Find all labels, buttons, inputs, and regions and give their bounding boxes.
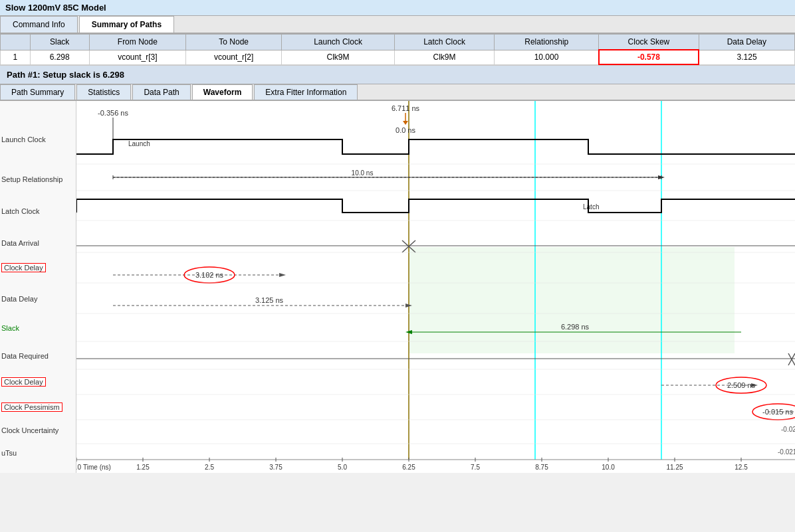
svg-text:6.25: 6.25: [402, 464, 415, 471]
row-slack: 6.298: [30, 50, 89, 64]
col-skew: Clock Skew: [599, 35, 699, 50]
row-launch: Clk9M: [282, 50, 394, 64]
tab-waveform[interactable]: Waveform: [192, 84, 253, 100]
tab-command-info[interactable]: Command Info: [0, 16, 78, 33]
label-slack: Slack: [1, 324, 19, 332]
svg-text:Time (ns): Time (ns): [83, 464, 111, 471]
label-clock-delay2: Clock Delay: [1, 377, 46, 387]
label-launch-clock: Launch Clock: [1, 135, 46, 143]
svg-text:3.102 ns: 3.102 ns: [195, 271, 224, 279]
row-skew: -0.578: [599, 50, 699, 64]
col-num: [1, 35, 31, 50]
svg-text:3.75: 3.75: [269, 464, 283, 471]
waveform-area: Launch Clock Setup Relationship Latch Cl…: [0, 101, 795, 473]
svg-text:-0.015 ns: -0.015 ns: [762, 408, 793, 416]
svg-rect-1: [409, 247, 735, 353]
tab-data-path[interactable]: Data Path: [132, 84, 190, 100]
svg-text:0.0: 0.0: [76, 464, 81, 471]
row-from: vcount_r[3]: [89, 50, 186, 64]
table-row[interactable]: 1 6.298 vcount_r[3] vcount_r[2] Clk9M Cl…: [1, 50, 795, 64]
label-latch-clock: Latch Clock: [1, 207, 39, 215]
label-clock-pessimism: Clock Pessimism: [1, 402, 62, 412]
col-delay: Data Delay: [699, 35, 794, 50]
svg-text:10.0 ns: 10.0 ns: [352, 169, 374, 177]
svg-text:7.5: 7.5: [471, 464, 480, 471]
tab-path-summary[interactable]: Path Summary: [0, 84, 75, 100]
row-latch: Clk9M: [394, 50, 495, 64]
row-delay: 3.125: [699, 50, 794, 64]
summary-table-area: Slack From Node To Node Launch Clock Lat…: [0, 34, 795, 66]
svg-text:11.25: 11.25: [666, 464, 683, 471]
svg-text:6.298 ns: 6.298 ns: [561, 323, 590, 331]
row-rel: 10.000: [495, 50, 599, 64]
svg-text:2.509 ns: 2.509 ns: [727, 381, 756, 389]
svg-text:6.711 ns: 6.711 ns: [392, 104, 420, 112]
title-bar: Slow 1200mV 85C Model: [0, 0, 795, 16]
label-clock-delay1: Clock Delay: [1, 263, 46, 272]
app-title: Slow 1200mV 85C Model: [5, 3, 106, 13]
row-num: 1: [1, 50, 31, 64]
svg-text:10.0: 10.0: [602, 464, 615, 471]
wave-rows: 6.711 ns 0.0 ns -0.356 ns Launch 10.0 ns…: [76, 101, 795, 473]
col-from: From Node: [89, 35, 186, 50]
path-header: Path #1: Setup slack is 6.298: [0, 66, 795, 84]
svg-text:Latch: Latch: [583, 203, 599, 211]
svg-text:-0.356 ns: -0.356 ns: [98, 109, 128, 117]
tab-statistics[interactable]: Statistics: [76, 84, 131, 100]
tab-summary-paths[interactable]: Summary of Paths: [79, 16, 174, 33]
svg-text:Launch: Launch: [128, 140, 150, 147]
col-slack: Slack: [30, 35, 89, 50]
svg-text:0.0 ns: 0.0 ns: [396, 126, 415, 134]
secondary-tabs: Path Summary Statistics Data Path Wavefo…: [0, 84, 795, 101]
col-launch: Launch Clock: [282, 35, 394, 50]
label-utsu: uTsu: [1, 449, 17, 457]
svg-text:5.0: 5.0: [338, 464, 347, 471]
col-latch: Latch Clock: [394, 35, 495, 50]
label-column: Launch Clock Setup Relationship Latch Cl…: [0, 101, 76, 473]
svg-text:2.5: 2.5: [205, 464, 214, 471]
label-data-arrival: Data Arrival: [1, 239, 39, 247]
top-tabs: Command Info Summary of Paths: [0, 16, 795, 34]
col-to: To Node: [186, 35, 282, 50]
label-data-delay: Data Delay: [1, 295, 37, 303]
svg-text:1.25: 1.25: [136, 464, 150, 471]
waveform-svg: 6.711 ns 0.0 ns -0.356 ns Launch 10.0 ns…: [76, 101, 795, 473]
svg-text:-0.02 ns: -0.02 ns: [781, 426, 795, 433]
svg-text:3.125 ns: 3.125 ns: [255, 296, 284, 304]
tab-extra-fitter[interactable]: Extra Fitter Information: [254, 84, 358, 100]
svg-text:-0.021 ns: -0.021 ns: [778, 448, 795, 456]
row-to: vcount_r[2]: [186, 50, 282, 64]
label-setup-rel: Setup Relationship: [1, 175, 62, 183]
summary-table: Slack From Node To Node Launch Clock Lat…: [0, 34, 795, 65]
svg-text:8.75: 8.75: [535, 464, 548, 471]
svg-text:12.5: 12.5: [735, 464, 748, 471]
label-data-required: Data Required: [1, 352, 49, 360]
col-rel: Relationship: [495, 35, 599, 50]
label-clock-uncertainty: Clock Uncertainty: [1, 426, 58, 434]
